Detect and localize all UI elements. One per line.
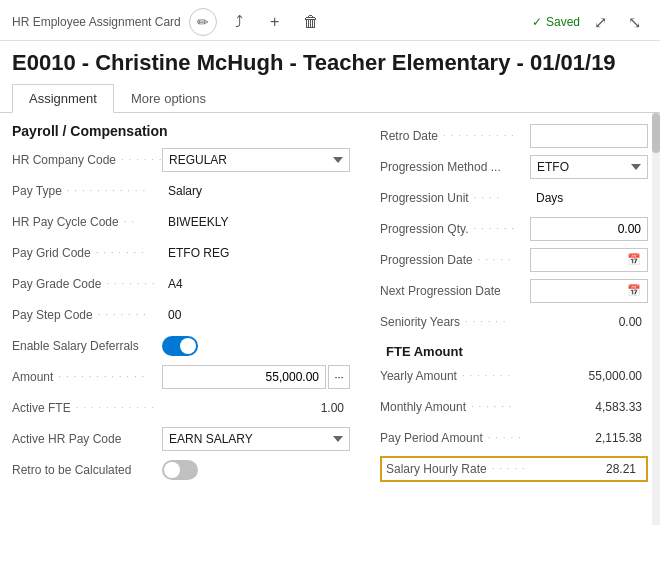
label-progression-unit: Progression Unit xyxy=(380,191,469,205)
label-pay-step-code: Pay Step Code xyxy=(12,308,93,322)
add-icon: + xyxy=(270,13,279,31)
label-enable-salary-deferrals: Enable Salary Deferrals xyxy=(12,339,139,353)
field-enable-salary-deferrals: Enable Salary Deferrals xyxy=(12,333,350,359)
label-hr-company-code: HR Company Code xyxy=(12,153,116,167)
label-pay-grade-code: Pay Grade Code xyxy=(12,277,101,291)
yearly-amount-value: 55,000.00 xyxy=(530,367,648,385)
pay-grade-code-value: A4 xyxy=(162,275,189,293)
label-monthly-amount: Monthly Amount xyxy=(380,400,466,414)
fullscreen-button[interactable]: ⤡ xyxy=(620,8,648,36)
hr-pay-cycle-code-value: BIWEEKLY xyxy=(162,213,234,231)
label-progression-date: Progression Date xyxy=(380,253,473,267)
label-yearly-amount: Yearly Amount xyxy=(380,369,457,383)
field-pay-period-amount: Pay Period Amount · · · · · 2,115.38 xyxy=(380,425,648,451)
field-retro-date: Retro Date · · · · · · · · · · xyxy=(380,123,648,149)
pay-grid-code-value: ETFO REG xyxy=(162,244,235,262)
tab-more-options[interactable]: More options xyxy=(114,84,223,113)
saved-status: ✓ Saved xyxy=(532,15,580,29)
field-amount: Amount · · · · · · · · · · · · ··· xyxy=(12,364,350,390)
field-active-fte: Active FTE · · · · · · · · · · · 1.00 xyxy=(12,395,350,421)
label-salary-hourly-rate: Salary Hourly Rate xyxy=(386,462,487,476)
check-icon: ✓ xyxy=(532,15,542,29)
label-progression-method: Progression Method ... xyxy=(380,160,501,174)
calendar-icon-next-progression: 📅 xyxy=(627,284,641,297)
salary-hourly-rate-value: 28.21 xyxy=(536,460,642,478)
field-pay-grid-code: Pay Grid Code · · · · · · · ETFO REG xyxy=(12,240,350,266)
fte-section-title: FTE Amount xyxy=(380,340,648,363)
field-progression-method: Progression Method ... ETFO xyxy=(380,154,648,180)
scrollbar-track xyxy=(652,113,660,525)
label-retro-date: Retro Date xyxy=(380,129,438,143)
content-area: Payroll / Compensation HR Company Code ·… xyxy=(0,113,660,525)
label-pay-period-amount: Pay Period Amount xyxy=(380,431,483,445)
label-progression-qty: Progression Qty. xyxy=(380,222,468,236)
field-pay-step-code: Pay Step Code · · · · · · · 00 xyxy=(12,302,350,328)
field-yearly-amount: Yearly Amount · · · · · · · 55,000.00 xyxy=(380,363,648,389)
label-active-hr-pay-code: Active HR Pay Code xyxy=(12,432,121,446)
expand-button[interactable]: ⤢ xyxy=(586,8,614,36)
field-salary-hourly-rate: Salary Hourly Rate · · · · · 28.21 xyxy=(380,456,648,482)
hr-company-code-select[interactable]: REGULAR xyxy=(162,148,350,172)
tabs-bar: Assignment More options xyxy=(0,84,660,113)
retro-calculated-toggle[interactable] xyxy=(162,460,198,480)
edit-icon: ✏ xyxy=(197,14,209,30)
top-bar: HR Employee Assignment Card ✏ ⤴ + 🗑 ✓ Sa… xyxy=(0,0,660,41)
pay-period-amount-value: 2,115.38 xyxy=(530,429,648,447)
field-hr-pay-cycle-code: HR Pay Cycle Code · · BIWEEKLY xyxy=(12,209,350,235)
top-bar-left: HR Employee Assignment Card ✏ ⤴ + 🗑 xyxy=(12,8,325,36)
active-hr-pay-code-select[interactable]: EARN SALARY xyxy=(162,427,350,451)
field-progression-qty: Progression Qty. · · · · · · xyxy=(380,216,648,242)
field-active-hr-pay-code: Active HR Pay Code EARN SALARY xyxy=(12,426,350,452)
label-active-fte: Active FTE xyxy=(12,401,71,415)
progression-unit-value: Days xyxy=(530,189,569,207)
monthly-amount-value: 4,583.33 xyxy=(530,398,648,416)
active-fte-value: 1.00 xyxy=(162,399,350,417)
retro-date-input[interactable] xyxy=(530,124,648,148)
seniority-years-value: 0.00 xyxy=(530,313,648,331)
label-seniority-years: Seniority Years xyxy=(380,315,460,329)
progression-method-select[interactable]: ETFO xyxy=(530,155,648,179)
label-pay-type: Pay Type xyxy=(12,184,62,198)
amount-ellipsis-button[interactable]: ··· xyxy=(328,365,350,389)
label-amount: Amount xyxy=(12,370,53,384)
delete-button[interactable]: 🗑 xyxy=(297,8,325,36)
right-column: Retro Date · · · · · · · · · · Progressi… xyxy=(370,123,648,515)
field-retro-calculated: Retro to be Calculated xyxy=(12,457,350,483)
share-button[interactable]: ⤴ xyxy=(225,8,253,36)
amount-input[interactable] xyxy=(162,365,326,389)
field-progression-date: Progression Date · · · · · 📅 xyxy=(380,247,648,273)
pay-type-value: Salary xyxy=(162,182,208,200)
field-pay-grade-code: Pay Grade Code · · · · · · · A4 xyxy=(12,271,350,297)
section-title: Payroll / Compensation xyxy=(12,123,350,139)
edit-button[interactable]: ✏ xyxy=(189,8,217,36)
scrollbar-thumb[interactable] xyxy=(652,113,660,153)
tab-assignment[interactable]: Assignment xyxy=(12,84,114,113)
left-column: Payroll / Compensation HR Company Code ·… xyxy=(12,123,370,515)
delete-icon: 🗑 xyxy=(303,13,319,31)
label-hr-pay-cycle-code: HR Pay Cycle Code xyxy=(12,215,119,229)
label-next-progression-date: Next Progression Date xyxy=(380,284,501,298)
breadcrumb: HR Employee Assignment Card xyxy=(12,15,181,29)
field-next-progression-date: Next Progression Date 📅 xyxy=(380,278,648,304)
salary-deferrals-toggle[interactable] xyxy=(162,336,198,356)
next-progression-date-input[interactable]: 📅 xyxy=(530,279,648,303)
pay-step-code-value: 00 xyxy=(162,306,187,324)
saved-label: Saved xyxy=(546,15,580,29)
label-retro-calculated: Retro to be Calculated xyxy=(12,463,131,477)
top-bar-right: ✓ Saved ⤢ ⤡ xyxy=(532,8,648,36)
field-pay-type: Pay Type · · · · · · · · · · · Salary xyxy=(12,178,350,204)
page-title: E0010 - Christine McHugh - Teacher Eleme… xyxy=(0,41,660,84)
field-hr-company-code: HR Company Code · · · · · · · REGULAR xyxy=(12,147,350,173)
field-monthly-amount: Monthly Amount · · · · · · 4,583.33 xyxy=(380,394,648,420)
field-progression-unit: Progression Unit · · · · Days xyxy=(380,185,648,211)
field-seniority-years: Seniority Years · · · · · · 0.00 xyxy=(380,309,648,335)
label-pay-grid-code: Pay Grid Code xyxy=(12,246,91,260)
fullscreen-icon: ⤡ xyxy=(628,13,641,32)
progression-date-input[interactable]: 📅 xyxy=(530,248,648,272)
calendar-icon-progression: 📅 xyxy=(627,253,641,266)
expand-icon: ⤢ xyxy=(594,13,607,32)
progression-qty-input[interactable] xyxy=(530,217,648,241)
share-icon: ⤴ xyxy=(235,13,243,31)
add-button[interactable]: + xyxy=(261,8,289,36)
